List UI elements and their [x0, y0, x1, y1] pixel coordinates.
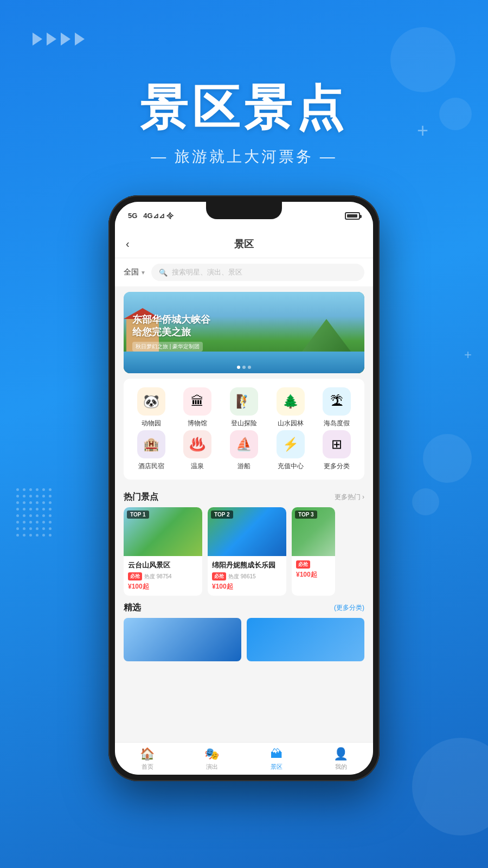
cat-hotel[interactable]: 🏨 酒店民宿: [130, 430, 173, 471]
cat-island[interactable]: 🏝 海岛度假: [315, 387, 358, 428]
tab-mine-icon: 👤: [333, 747, 348, 761]
play-arrows-deco: [33, 33, 85, 46]
status-signal: 5G 4G⊿⊿ 令: [128, 211, 174, 221]
cat-zoo-icon: 🐼: [137, 387, 165, 416]
featured-title: 精选: [124, 602, 141, 614]
cat-hotspring-icon: ♨️: [183, 430, 211, 458]
tab-mine-label: 我的: [335, 763, 347, 771]
cat-hotspring-label: 温泉: [191, 462, 204, 471]
deco-circle-4: [412, 488, 439, 515]
banner-dot-2: [242, 366, 246, 369]
cat-hiking-icon: 🧗: [230, 387, 258, 416]
tab-shows[interactable]: 🎭 演出: [179, 743, 244, 775]
cat-museum-label: 博物馆: [188, 419, 207, 428]
category-row-1: 🐼 动物园 🏛 博物馆 🧗 登山探险 🌲: [128, 387, 360, 428]
featured-more[interactable]: (更多分类): [334, 603, 364, 612]
region-label: 全国: [124, 267, 139, 277]
tab-mine[interactable]: 👤 我的: [309, 743, 373, 775]
spot-badges-1: 必抢 热度 98754: [128, 572, 198, 580]
search-box[interactable]: 🔍 搜索明星、演出、景区: [151, 264, 364, 281]
cat-cruise-label: 游船: [237, 462, 251, 471]
spot-price-2: ¥100起: [212, 582, 282, 591]
spot-img-2: TOP 2: [208, 507, 286, 556]
featured-header: 精选 (更多分类): [124, 596, 364, 618]
banner-dot-1: [237, 366, 240, 369]
tab-scenic-label: 景区: [271, 763, 282, 771]
tab-home-label: 首页: [142, 763, 153, 771]
spot-price-3: ¥100起: [296, 570, 331, 579]
categories-section: 🐼 动物园 🏛 博物馆 🧗 登山探险 🌲: [124, 379, 364, 480]
spot-badge-1: 必抢: [128, 572, 142, 580]
spot-name-1: 云台山风景区: [128, 560, 198, 570]
featured-section: 精选 (更多分类): [115, 596, 373, 661]
tab-bar: 🏠 首页 🎭 演出 🏔 景区 👤 我的: [115, 742, 373, 775]
cat-zoo[interactable]: 🐼 动物园: [130, 387, 173, 428]
region-selector[interactable]: 全国 ▼: [124, 267, 146, 277]
cat-hiking[interactable]: 🧗 登山探险: [222, 387, 266, 428]
tab-home-icon: 🏠: [140, 747, 155, 761]
status-bar: 5G 4G⊿⊿ 令: [115, 202, 373, 230]
cat-hotel-icon: 🏨: [137, 430, 165, 458]
featured-img-1[interactable]: [124, 618, 241, 661]
spot-info-1: 云台山风景区 必抢 热度 98754 ¥100起: [124, 556, 202, 596]
spot-card-1[interactable]: TOP 1 云台山风景区 必抢 热度 98754 ¥100起: [124, 507, 202, 596]
cat-more-icon: ⊞: [323, 430, 351, 458]
cat-garden-icon: 🌲: [277, 387, 305, 416]
spot-badge-2: 必抢: [212, 572, 226, 580]
page-title: 景区: [234, 238, 254, 251]
tab-shows-label: 演出: [206, 763, 218, 771]
back-button[interactable]: ‹: [126, 238, 130, 250]
search-placeholder-text: 搜索明星、演出、景区: [172, 267, 242, 277]
category-row-2: 🏨 酒店民宿 ♨️ 温泉 ⛵ 游船 ⚡ 充值中: [128, 430, 360, 471]
nav-bar: ‹ 景区: [115, 230, 373, 258]
banner-title-line1: 东部华侨城大峡谷: [132, 314, 356, 326]
cat-island-icon: 🏝: [323, 387, 351, 416]
deco-circle-5: [412, 738, 488, 835]
featured-img-2[interactable]: [247, 618, 364, 661]
banner[interactable]: 东部华侨城大峡谷 给您完美之旅 秋日梦幻之旅 | 豪华定制团: [124, 292, 364, 373]
cat-zoo-label: 动物园: [142, 419, 161, 428]
spot-heat-2: 热度 98615: [228, 573, 256, 580]
banner-dot-3: [248, 366, 251, 369]
phone-mockup: 5G 4G⊿⊿ 令 ‹ 景区 全国 ▼: [108, 195, 380, 835]
cat-recharge[interactable]: ⚡ 充值中心: [269, 430, 312, 471]
spot-badges-3: 必抢: [296, 560, 331, 569]
banner-text: 东部华侨城大峡谷 给您完美之旅 秋日梦幻之旅 | 豪华定制团: [124, 305, 364, 361]
tab-shows-icon: 🎭: [204, 747, 219, 761]
cat-garden[interactable]: 🌲 山水园林: [269, 387, 312, 428]
dots-deco: [16, 488, 53, 538]
cat-museum-icon: 🏛: [183, 387, 211, 416]
cat-more-label: 更多分类: [324, 462, 350, 471]
phone-screen: 5G 4G⊿⊿ 令 ‹ 景区 全国 ▼: [115, 202, 373, 775]
cat-hotspring[interactable]: ♨️ 温泉: [176, 430, 219, 471]
tab-scenic-icon: 🏔: [271, 747, 282, 761]
hot-spots-header: 热门景点 更多热门 ›: [115, 485, 373, 507]
search-icon: 🔍: [159, 269, 168, 277]
spot-info-2: 绵阳丹妮熊成长乐园 必抢 热度 98615 ¥100起: [208, 556, 286, 596]
cat-museum[interactable]: 🏛 博物馆: [176, 387, 219, 428]
spot-heat-1: 热度 98754: [144, 573, 172, 580]
status-battery-area: [343, 212, 360, 220]
banner-content: 东部华侨城大峡谷 给您完美之旅 秋日梦幻之旅 | 豪华定制团: [124, 292, 364, 373]
tab-home[interactable]: 🏠 首页: [115, 743, 179, 775]
cat-hotel-label: 酒店民宿: [138, 462, 164, 471]
banner-tag: 秋日梦幻之旅 | 豪华定制团: [132, 342, 203, 352]
plus-deco-2: +: [464, 347, 472, 362]
spot-img-3: TOP 3: [292, 507, 335, 556]
region-dropdown-icon: ▼: [140, 270, 146, 276]
spot-card-3[interactable]: TOP 3 必抢 ¥100起: [292, 507, 335, 596]
spot-badges-2: 必抢 热度 98615: [212, 572, 282, 580]
cat-garden-label: 山水园林: [278, 419, 304, 428]
cat-cruise-icon: ⛵: [230, 430, 258, 458]
battery-icon: [345, 212, 360, 220]
content-area: 全国 ▼ 🔍 搜索明星、演出、景区: [115, 258, 373, 742]
hot-spots-title: 热门景点: [124, 492, 158, 503]
tab-scenic[interactable]: 🏔 景区: [244, 743, 309, 775]
spot-info-3: 必抢 ¥100起: [292, 556, 335, 584]
hot-spots-more[interactable]: 更多热门 ›: [335, 493, 364, 502]
cat-more[interactable]: ⊞ 更多分类: [315, 430, 358, 471]
spot-card-2[interactable]: TOP 2 绵阳丹妮熊成长乐园 必抢 热度 98615 ¥100起: [208, 507, 286, 596]
spot-rank-2: TOP 2: [211, 510, 233, 519]
banner-title-line2: 给您完美之旅: [132, 326, 356, 339]
cat-cruise[interactable]: ⛵ 游船: [222, 430, 266, 471]
